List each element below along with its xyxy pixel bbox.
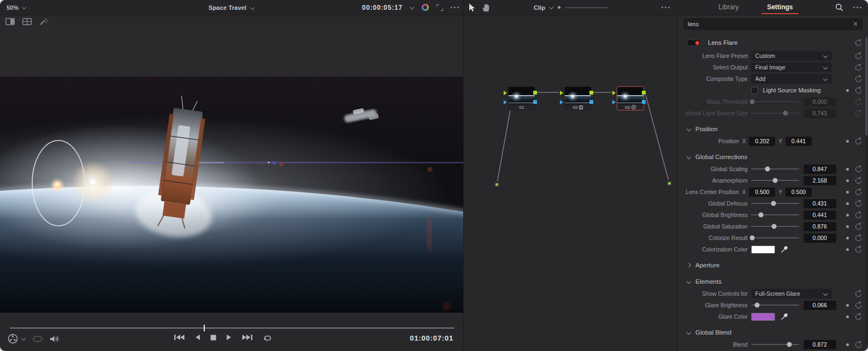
reset-icon[interactable] bbox=[854, 233, 863, 242]
colorize-result-value[interactable]: 0.000 bbox=[804, 233, 836, 243]
output-port-icon[interactable] bbox=[589, 91, 593, 95]
colorization-color-swatch[interactable] bbox=[751, 245, 775, 254]
keyframe-dot[interactable] bbox=[846, 179, 849, 182]
keyframe-dot[interactable] bbox=[846, 140, 849, 143]
select-output-dropdown[interactable]: Final Image bbox=[751, 62, 832, 72]
reset-icon[interactable] bbox=[854, 188, 863, 196]
light-source-masking-checkbox[interactable] bbox=[751, 87, 758, 94]
timeline-scrubber[interactable] bbox=[10, 327, 454, 329]
global-scaling-slider[interactable] bbox=[751, 165, 799, 173]
anamorphism-value[interactable]: 2.168 bbox=[804, 176, 836, 185]
go-to-start-button[interactable] bbox=[174, 334, 185, 341]
input-port-icon[interactable] bbox=[560, 91, 563, 95]
video-image[interactable] bbox=[0, 77, 463, 313]
node-01[interactable]: 01 bbox=[508, 86, 535, 110]
glare-brightness-slider[interactable] bbox=[751, 301, 799, 309]
reset-icon[interactable] bbox=[854, 245, 863, 254]
aux-port-icon[interactable] bbox=[589, 100, 593, 104]
play-button[interactable] bbox=[226, 334, 232, 341]
node-editor-options-menu[interactable] bbox=[662, 7, 670, 8]
mask-port-icon[interactable] bbox=[504, 100, 507, 104]
search-icon[interactable] bbox=[835, 3, 843, 11]
blend-slider[interactable] bbox=[751, 341, 799, 348]
show-controls-for-dropdown[interactable]: Full-Screen Glare bbox=[751, 289, 832, 299]
reset-icon[interactable] bbox=[854, 340, 863, 349]
keyframe-dot[interactable] bbox=[846, 191, 849, 194]
mask-overlay-icon[interactable] bbox=[33, 336, 43, 342]
clip-range-control[interactable]: Clip bbox=[464, 4, 677, 11]
reset-icon[interactable] bbox=[854, 301, 863, 309]
node-02[interactable]: 02 bbox=[564, 86, 592, 110]
aux-port-icon[interactable] bbox=[642, 100, 646, 104]
position-y-value[interactable]: 0.441 bbox=[786, 137, 812, 146]
tool-enable-toggle[interactable] bbox=[687, 39, 701, 46]
current-timecode[interactable]: 00:00:05:17 bbox=[362, 4, 403, 11]
speaker-icon[interactable] bbox=[50, 335, 59, 343]
keyframe-dot[interactable] bbox=[846, 237, 849, 239]
tab-library[interactable]: Library bbox=[716, 0, 741, 15]
input-port-icon[interactable] bbox=[504, 91, 507, 95]
media-out-connector[interactable] bbox=[666, 180, 673, 187]
blend-value[interactable]: 0.872 bbox=[804, 340, 836, 349]
reset-icon[interactable] bbox=[854, 165, 863, 173]
composite-type-dropdown[interactable]: Add bbox=[751, 74, 832, 84]
step-back-button[interactable] bbox=[194, 334, 200, 341]
keyframe-dot[interactable] bbox=[846, 214, 849, 217]
global-defocus-slider[interactable] bbox=[751, 200, 799, 207]
reset-icon[interactable] bbox=[854, 289, 863, 298]
color-wheel-icon[interactable] bbox=[422, 4, 429, 11]
expand-viewer-icon[interactable] bbox=[436, 4, 443, 11]
global-scaling-value[interactable]: 0.847 bbox=[804, 165, 836, 174]
loop-button[interactable] bbox=[263, 334, 272, 341]
global-defocus-value[interactable]: 0.431 bbox=[804, 199, 836, 208]
grid-view-icon[interactable] bbox=[22, 18, 32, 25]
keyframe-dot[interactable] bbox=[846, 202, 849, 205]
reset-icon[interactable] bbox=[854, 63, 863, 72]
global-brightness-slider[interactable] bbox=[751, 211, 799, 219]
glare-color-swatch[interactable] bbox=[751, 313, 775, 321]
global-saturation-slider[interactable] bbox=[751, 223, 799, 230]
preset-dropdown[interactable]: Custom bbox=[751, 51, 832, 61]
colorize-result-slider[interactable] bbox=[751, 234, 799, 242]
lens-center-y-value[interactable]: 0.500 bbox=[786, 188, 812, 197]
reset-icon[interactable] bbox=[854, 109, 863, 118]
keyframe-dot[interactable] bbox=[846, 89, 849, 92]
reset-icon[interactable] bbox=[854, 51, 863, 60]
tab-settings[interactable]: Settings bbox=[765, 0, 795, 15]
keyframe-dot[interactable] bbox=[846, 168, 849, 171]
mask-threshold-value[interactable]: 0.000 bbox=[804, 97, 836, 107]
reset-icon[interactable] bbox=[854, 222, 863, 231]
glare-brightness-value[interactable]: 0.066 bbox=[804, 301, 836, 310]
viewer-options-menu[interactable] bbox=[451, 7, 459, 8]
keyframe-dot[interactable] bbox=[846, 248, 849, 251]
mask-port-icon[interactable] bbox=[612, 100, 616, 104]
reset-icon[interactable] bbox=[854, 86, 863, 95]
eyedropper-icon[interactable] bbox=[781, 245, 788, 253]
reset-icon[interactable] bbox=[854, 210, 863, 219]
global-saturation-value[interactable]: 0.876 bbox=[804, 222, 836, 231]
lens-center-x-value[interactable]: 0.500 bbox=[749, 188, 775, 197]
virtual-light-source-size-value[interactable]: 0.743 bbox=[804, 109, 836, 118]
split-view-icon[interactable] bbox=[5, 18, 15, 25]
node-graph-canvas[interactable]: 01 02 03 bbox=[463, 15, 677, 351]
inspector-scrollbar[interactable] bbox=[865, 37, 867, 343]
global-brightness-value[interactable]: 0.441 bbox=[804, 210, 836, 220]
search-input[interactable]: lens ✕ bbox=[683, 18, 863, 30]
virtual-light-source-size-slider[interactable] bbox=[751, 109, 799, 117]
clear-search-icon[interactable]: ✕ bbox=[853, 20, 858, 28]
output-port-icon[interactable] bbox=[642, 91, 646, 95]
keyframe-dot[interactable] bbox=[846, 225, 849, 228]
anamorphism-slider[interactable] bbox=[751, 177, 799, 184]
chevron-down-icon[interactable] bbox=[22, 337, 26, 341]
section-global-corrections[interactable]: Global Corrections bbox=[678, 151, 868, 163]
reset-icon[interactable] bbox=[854, 199, 863, 208]
eyedropper-icon[interactable] bbox=[781, 313, 788, 320]
keyframe-dot[interactable] bbox=[846, 343, 849, 346]
mask-threshold-slider[interactable] bbox=[751, 98, 799, 106]
reset-icon[interactable] bbox=[854, 97, 863, 106]
stop-button[interactable] bbox=[210, 335, 216, 341]
section-position[interactable]: Position bbox=[678, 123, 868, 135]
reset-tool-icon[interactable] bbox=[854, 38, 863, 47]
section-elements[interactable]: Elements bbox=[678, 276, 868, 288]
reset-icon[interactable] bbox=[854, 137, 863, 145]
